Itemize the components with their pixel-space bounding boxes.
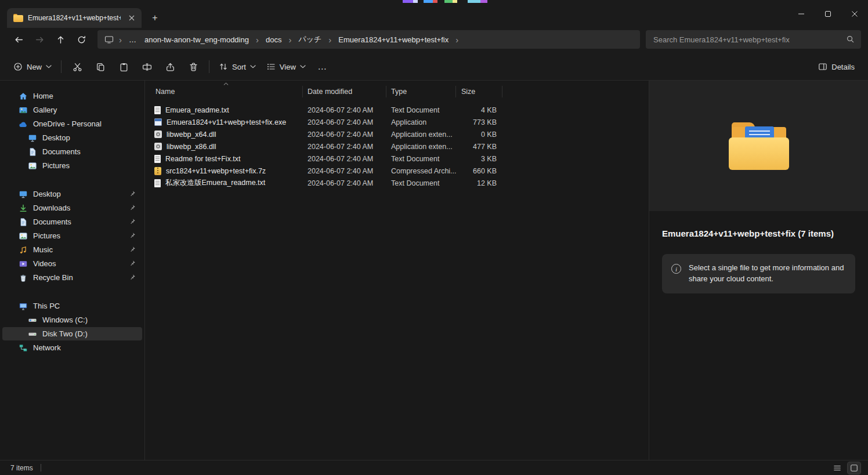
info-icon: i [671,264,681,274]
sidebar-item-label: Windows (C:) [42,316,88,324]
file-size: 12 KB [456,179,502,187]
file-row[interactable]: libwebp_x64.dll 2024-06-07 2:40 AM Appli… [145,128,649,140]
breadcrumb-overflow[interactable]: … [125,34,140,46]
delete-button[interactable] [182,56,205,77]
sidebar-item-onedrive-pictures[interactable]: Pictures [2,159,142,172]
file-row[interactable]: libwebp_x86.dll 2024-06-07 2:40 AM Appli… [145,140,649,153]
sidebar-item-documents[interactable]: Documents [2,215,142,229]
search-input[interactable] [646,30,861,49]
rename-button[interactable] [135,56,158,77]
chevron-down-icon [250,65,256,68]
preview-area [649,81,868,211]
file-row[interactable]: src1824+v11+webp+test+fix.7z 2024-06-07 … [145,165,649,177]
up-button[interactable] [50,30,71,49]
item-count: 7 items [10,464,33,472]
sidebar-item-downloads[interactable]: Downloads [2,201,142,215]
up-icon [56,35,66,45]
copy-button[interactable] [89,56,112,77]
sidebar-item-videos[interactable]: Videos [2,257,142,270]
more-options-button[interactable]: … [311,56,334,77]
chevron-right-icon: › [253,35,262,44]
sidebar-item-network[interactable]: Network [2,341,142,354]
sidebar-item-drive-c[interactable]: Windows (C:) [2,313,142,327]
navigation-sidebar: Home Gallery OneDrive - Personal Desktop… [0,81,145,460]
sidebar-item-onedrive-documents[interactable]: Documents [2,145,142,158]
application-file-icon [154,118,162,126]
back-button[interactable] [8,30,29,49]
view-button[interactable]: View [261,56,311,77]
sidebar-item-onedrive[interactable]: OneDrive - Personal [2,117,142,130]
this-pc-icon [104,35,114,44]
minimize-button[interactable] [788,0,815,28]
breadcrumb-item-current[interactable]: Emuera1824+v11+webp+test+fix [334,34,453,46]
tab-close-button[interactable] [125,12,138,24]
column-header-size[interactable]: Size [456,86,502,97]
close-button[interactable] [841,0,868,28]
sort-button-label: Sort [232,63,246,71]
document-icon [19,217,28,227]
sidebar-item-label: Pictures [42,161,70,170]
forward-button[interactable] [29,30,50,49]
file-row[interactable]: Emuera_readme.txt 2024-06-07 2:40 AM Tex… [145,104,649,116]
sidebar-item-music[interactable]: Music [2,243,142,256]
breadcrumb-item[interactable]: docs [262,34,285,46]
pin-icon [129,204,136,211]
file-name: libwebp_x64.dll [167,130,216,139]
sidebar-item-pictures[interactable]: Pictures [2,229,142,242]
sidebar-item-desktop[interactable]: Desktop [2,187,142,201]
sidebar-item-label: This PC [33,302,60,310]
content-area: Home Gallery OneDrive - Personal Desktop… [0,81,868,460]
file-type: Compressed Archi... [386,167,456,175]
file-name: libwebp_x86.dll [167,143,216,151]
drive-icon [28,329,37,339]
this-pc-icon [19,302,28,311]
sidebar-item-this-pc[interactable]: This PC [2,299,142,313]
paste-button[interactable] [112,56,135,77]
text-file-icon [154,106,161,114]
thumbnail-view-toggle[interactable] [848,462,860,474]
refresh-button[interactable] [71,30,92,49]
breadcrumb-item[interactable]: anon-tw-anon-tw_eng-modding [140,34,253,46]
file-size: 0 KB [456,130,502,139]
explorer-tab[interactable]: Emuera1824+v11+webp+test+ [7,8,142,28]
details-title: Emuera1824+v11+webp+test+fix (7 items) [662,229,855,238]
desktop-icon [19,190,28,199]
plus-circle-icon [13,62,23,71]
sort-button[interactable]: Sort [214,56,261,77]
cut-icon [73,62,82,72]
share-button[interactable] [158,56,182,77]
file-row[interactable]: Readme for test+Fix.txt 2024-06-07 2:40 … [145,153,649,165]
sidebar-item-drive-d[interactable]: Disk Two (D:) [2,327,142,340]
column-header-date-modified[interactable]: Date modified [303,86,386,97]
details-view-toggle[interactable] [831,462,844,474]
column-header-name[interactable]: Name [145,86,303,97]
cut-button[interactable] [66,56,89,77]
file-row[interactable]: Emuera1824+v11+webp+test+fix.exe 2024-06… [145,116,649,128]
new-tab-button[interactable]: + [146,9,164,27]
maximize-icon [824,10,831,17]
sidebar-item-label: OneDrive - Personal [33,119,102,128]
file-list: Name Date modified Type Size Emuera_read… [145,81,649,460]
sidebar-item-home[interactable]: Home [2,89,142,103]
sidebar-item-label: Disk Two (D:) [42,329,88,338]
breadcrumb-item[interactable]: パッチ [294,32,326,46]
search-box [646,30,861,49]
sidebar-item-recycle-bin[interactable]: Recycle Bin [2,271,142,284]
column-header-type[interactable]: Type [386,86,456,97]
maximize-button[interactable] [815,0,841,28]
sidebar-item-gallery[interactable]: Gallery [2,103,142,117]
toolbar-divider [209,60,209,73]
file-row[interactable]: 私家改造版Emuera_readme.txt 2024-06-07 2:40 A… [145,177,649,189]
sidebar-item-onedrive-desktop[interactable]: Desktop [2,131,142,144]
new-button[interactable]: New [8,56,57,77]
details-pane: Emuera1824+v11+webp+test+fix (7 items) i… [649,81,868,460]
search-icon[interactable] [846,35,855,43]
close-icon [851,10,858,17]
dll-file-icon [154,143,162,150]
details-pane-button[interactable]: Details [813,56,860,77]
forward-icon [35,35,45,45]
status-divider [41,464,41,472]
sidebar-item-label: Gallery [33,106,57,114]
file-type: Application exten... [386,143,456,151]
sidebar-item-label: Documents [33,217,71,226]
